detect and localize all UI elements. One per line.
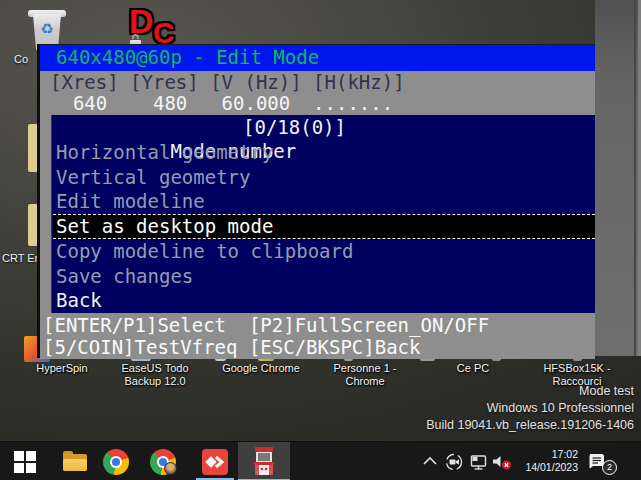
tray-clock[interactable]: 17:02 14/01/2023 [512,448,578,474]
meet-now-icon[interactable] [444,452,464,472]
easeus-taskbar-icon[interactable] [202,449,228,475]
hfsbox-label-line1: HFSBox15K - [532,362,622,375]
menu-item-copy-modeline[interactable]: Copy modeline to clipboard [53,239,595,264]
tray-chevron-up-icon[interactable] [422,456,438,466]
menu-item-value: [0/18(0)] [243,115,346,139]
menu-item-mode-number[interactable]: Mode number [0/18(0)] [53,115,595,140]
edit-mode-menu: Mode number [0/18(0)] Horizontal geometr… [40,115,595,313]
start-button[interactable] [12,449,38,475]
watermark-build: Build 19041.vb_release.191206-1406 [426,417,634,434]
desktop-icon-easeus[interactable]: EaseUS Todo Backup 12.0 [110,362,200,388]
menu-item-save-changes[interactable]: Save changes [53,264,595,289]
menu-item-vertical-geometry[interactable]: Vertical geometry [53,165,595,190]
notification-badge[interactable]: 2 [602,460,617,475]
personne-label-line2: Chrome [320,375,410,388]
crt-emudriver-label[interactable]: CRT En [2,252,41,264]
edit-mode-window: 640x480@60p - Edit Mode [Xres] [Yres] [V… [37,44,595,358]
modeline-values: 640 480 60.000 ....... [50,93,595,114]
desktop-icon-hyperspin[interactable]: HyperSpin [17,362,107,375]
background-window-edge [634,0,636,356]
test-mode-watermark: Mode test Windows 10 Professionnel Build… [426,383,634,434]
desktop-icon-google-chrome[interactable]: Google Chrome [215,362,307,375]
taskbar: 17:02 14/01/2023 2 [0,441,641,480]
menu-item-edit-modeline[interactable]: Edit modeline [53,189,595,214]
clock-time: 17:02 [512,448,578,461]
arcade-app-taskbar-active[interactable] [238,442,290,480]
profile-avatar [164,462,177,475]
footer-help-line2: [5/COIN]TestVfreq [ESC/BKSPC]Back [43,336,595,358]
easeus-label-line1: EaseUS Todo [110,362,200,375]
personne-label-line1: Personne 1 - [320,362,410,375]
file-explorer-icon[interactable] [62,449,88,475]
chrome-icon[interactable] [103,449,129,475]
modeline-column-headers: [Xres] [Yres] [V (Hz)] [H(kHz)] [50,72,595,93]
menu-left-gutter [40,115,52,313]
arcade-cabinet-icon [251,446,277,476]
modeline-header: [Xres] [Yres] [V (Hz)] [H(kHz)] 640 480 … [40,71,595,115]
recycle-bin-label[interactable]: Co [14,53,28,65]
easeus-label-line2: Backup 12.0 [110,375,200,388]
watermark-mode-test: Mode test [426,383,634,400]
window-footer-help: [ENTER/P1]Select [P2]FullScreen_ON/OFF [… [40,313,595,359]
menu-item-back[interactable]: Back [53,288,595,313]
desktop-icon-ce-pc[interactable]: Ce PC [428,362,518,375]
menu-item-set-as-desktop-mode[interactable]: Set as desktop mode [53,214,595,239]
volume-muted-icon[interactable] [491,454,513,471]
footer-help-line1: [ENTER/P1]Select [P2]FullScreen_ON/OFF [43,314,595,336]
recycle-symbol-icon: ♻ [28,20,66,38]
background-window-strip [595,0,641,356]
menu-item-horizontal-geometry[interactable]: Horizontal geometry [53,140,595,165]
desktop-icon-personne[interactable]: Personne 1 - Chrome [320,362,410,388]
chevron-right-icon [202,449,228,475]
chrome-profile-icon[interactable] [150,449,176,475]
window-titlebar[interactable]: 640x480@60p - Edit Mode [40,45,595,71]
clock-date: 14/01/2023 [512,461,578,474]
watermark-windows-edition: Windows 10 Professionnel [426,400,634,417]
desktop: ♻ Co D C CRT En HyperSpin EaseUS Todo Ba… [0,0,641,480]
network-icon[interactable] [469,453,489,471]
